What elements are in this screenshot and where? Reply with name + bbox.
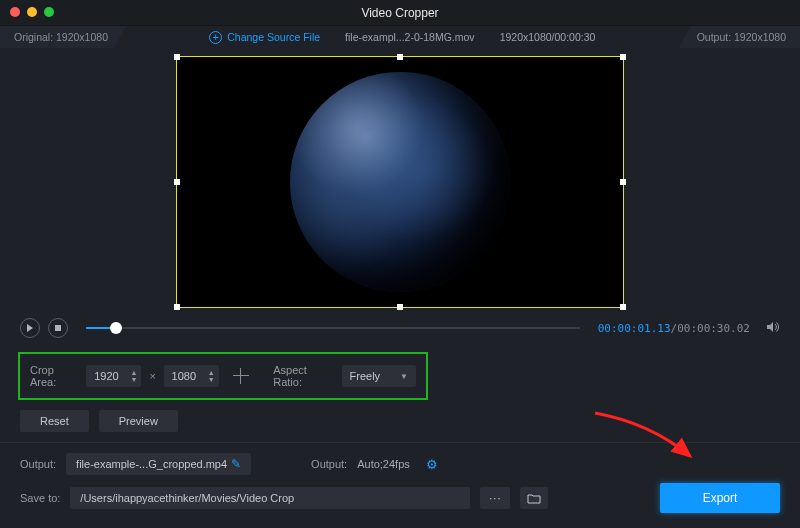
stop-button[interactable] [48,318,68,338]
close-window-button[interactable] [10,7,20,17]
titlebar: Video Cropper [0,0,800,26]
output-dimensions: Output: 1920x1080 [679,26,800,48]
change-source-label: Change Source File [227,31,320,43]
crop-height-input[interactable] [164,370,204,382]
output-filename: file-example-...G_cropped.mp4 ✎ [66,453,251,475]
crop-settings-row: Crop Area: ▲▼ × ▲▼ Aspect Ratio: Freely … [18,352,428,400]
browse-button[interactable]: ··· [480,487,510,509]
crop-width-input[interactable] [86,370,126,382]
maximize-window-button[interactable] [44,7,54,17]
source-file-dimensions-duration: 1920x1080/00:00:30 [500,31,596,43]
crop-width-stepper[interactable]: ▲▼ [86,365,141,387]
crop-height-stepper[interactable]: ▲▼ [164,365,219,387]
original-dimensions: Original: 1920x1080 [0,26,126,48]
open-folder-button[interactable] [520,487,548,509]
export-button[interactable]: Export [660,483,780,513]
volume-icon[interactable] [766,320,780,336]
total-time: /00:00:30.02 [671,322,750,335]
preview-button[interactable]: Preview [99,410,178,432]
edit-icon[interactable]: ✎ [231,457,241,471]
window-title: Video Cropper [361,6,438,20]
chevron-down-icon: ▼ [400,372,408,381]
svg-marker-2 [767,322,773,332]
action-row: Reset Preview [0,410,800,442]
gear-icon[interactable]: ⚙ [426,457,438,472]
svg-marker-0 [27,324,33,332]
minimize-window-button[interactable] [27,7,37,17]
source-file-name: file-exampl...2-0-18MG.mov [345,31,475,43]
center-crop-icon[interactable] [231,366,249,386]
crop-handle-tm[interactable] [397,54,403,60]
dimension-separator: × [149,370,155,382]
crop-rectangle[interactable] [176,56,624,308]
crop-handle-tl[interactable] [174,54,180,60]
crop-handle-ml[interactable] [174,179,180,185]
aspect-ratio-label: Aspect Ratio: [273,364,333,388]
stop-icon [55,325,61,331]
save-row: Save to: /Users/ihappyacethinker/Movies/… [0,481,800,525]
crop-handle-bl[interactable] [174,304,180,310]
save-path: /Users/ihappyacethinker/Movies/Video Cro… [70,487,470,509]
divider [0,442,800,443]
crop-handle-mr[interactable] [620,179,626,185]
crop-area-label: Crop Area: [30,364,78,388]
save-to-label: Save to: [20,492,60,504]
play-icon [26,324,34,332]
crop-handle-tr[interactable] [620,54,626,60]
seek-slider[interactable] [86,327,580,329]
svg-rect-1 [55,325,61,331]
stepper-arrows-icon[interactable]: ▲▼ [126,369,141,383]
plus-icon: + [209,31,222,44]
stepper-arrows-icon[interactable]: ▲▼ [204,369,219,383]
transport-controls: 00:00:01.13/00:00:30.02 [0,314,800,346]
window-controls [10,7,54,17]
output-format-label: Output: [311,458,347,470]
video-preview[interactable] [176,56,624,308]
change-source-file-link[interactable]: + Change Source File [209,31,320,44]
crop-handle-br[interactable] [620,304,626,310]
info-bar: Original: 1920x1080 + Change Source File… [0,26,800,48]
play-button[interactable] [20,318,40,338]
current-time: 00:00:01.13 [598,322,671,335]
aspect-ratio-select[interactable]: Freely ▼ [342,365,416,387]
output-row: Output: file-example-...G_cropped.mp4 ✎ … [0,451,800,481]
aspect-ratio-value: Freely [350,370,381,382]
folder-icon [527,493,541,504]
output-file-label: Output: [20,458,56,470]
playback-time: 00:00:01.13/00:00:30.02 [598,322,750,335]
crop-handle-bm[interactable] [397,304,403,310]
reset-button[interactable]: Reset [20,410,89,432]
seek-knob[interactable] [110,322,122,334]
output-format-value: Auto;24fps [357,458,410,470]
